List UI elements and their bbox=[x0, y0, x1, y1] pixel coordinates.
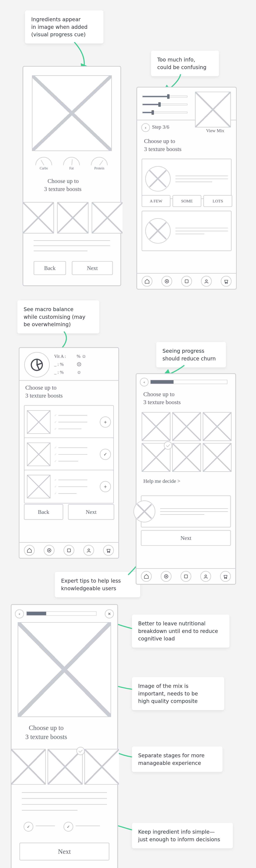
home-icon[interactable] bbox=[141, 571, 152, 582]
close-icon[interactable]: ✕ bbox=[105, 609, 114, 618]
check-2-icon: ✓ bbox=[64, 822, 73, 832]
grid-item-3[interactable] bbox=[203, 412, 231, 441]
tab-bar bbox=[136, 568, 235, 584]
row3-image bbox=[27, 475, 51, 498]
account-icon[interactable] bbox=[200, 571, 211, 582]
slider-3[interactable] bbox=[142, 111, 187, 114]
wireframe-1: Carbs Fat Protein Choose up to 3 texture… bbox=[23, 66, 121, 286]
cart-icon[interactable] bbox=[103, 545, 114, 556]
divider bbox=[20, 380, 118, 381]
note-simple-info: Keep ingredient info simple— just enough… bbox=[132, 823, 233, 848]
mix-icon[interactable] bbox=[64, 545, 74, 556]
svg-rect-7 bbox=[67, 549, 70, 552]
option-card-1[interactable] bbox=[141, 159, 231, 199]
instruction-line2: 3 texture boosts bbox=[144, 146, 181, 152]
thumb-3[interactable] bbox=[84, 749, 119, 785]
svg-point-13 bbox=[205, 575, 206, 577]
row-card-3[interactable]: ✓ ✓ ✓ ＋ bbox=[24, 470, 114, 503]
stat-2: _ : % bbox=[54, 362, 64, 367]
instruction-line1: Choose up to bbox=[144, 138, 175, 145]
back-chevron-icon[interactable]: ‹ bbox=[140, 378, 149, 386]
back-button[interactable]: Back bbox=[24, 504, 63, 520]
note-separate-stages: Separate stages for more manageable expe… bbox=[132, 746, 223, 772]
row-card-1[interactable]: ✓ ✓ ✓ ＋ bbox=[24, 405, 114, 439]
instruction-line2: 3 texture boosts bbox=[25, 733, 67, 741]
thumb-2[interactable] bbox=[57, 202, 89, 234]
add-icon[interactable]: ＋ bbox=[100, 416, 111, 428]
grid-item-5[interactable] bbox=[172, 443, 201, 472]
account-icon[interactable] bbox=[201, 276, 212, 287]
thumb-1[interactable] bbox=[11, 749, 46, 785]
wireframe-5: ‹ ✕ Choose up to 3 texture boosts ✓ ✓ Ne… bbox=[11, 604, 118, 868]
thumb-2[interactable] bbox=[47, 749, 83, 785]
mix-preview[interactable] bbox=[195, 92, 231, 127]
back-chevron-icon[interactable]: ‹ bbox=[15, 609, 24, 618]
thumb-1[interactable] bbox=[23, 202, 54, 234]
gauge-fat: Fat bbox=[63, 157, 80, 170]
explore-icon[interactable] bbox=[161, 276, 172, 287]
next-button[interactable]: Next bbox=[20, 843, 109, 860]
next-button[interactable]: Next bbox=[68, 504, 114, 520]
cart-icon[interactable] bbox=[220, 571, 231, 582]
note-macro-balance: See macro balance while customising (may… bbox=[18, 300, 99, 334]
qty-few[interactable]: A FEW bbox=[141, 195, 170, 207]
text-line bbox=[22, 804, 107, 805]
note-progress-churn: Seeing progress should reduce churn bbox=[156, 342, 226, 368]
grid-item-2[interactable] bbox=[172, 412, 201, 441]
grid-item-1[interactable] bbox=[141, 412, 170, 441]
hero-image-placeholder bbox=[18, 622, 111, 717]
stat-vit: Vit A : bbox=[54, 354, 66, 359]
explore-icon[interactable] bbox=[44, 545, 55, 556]
text-line bbox=[34, 240, 110, 241]
selected-icon[interactable]: ✓ bbox=[100, 449, 111, 460]
mix-icon[interactable] bbox=[181, 276, 192, 287]
back-button[interactable]: Back bbox=[34, 261, 66, 275]
add-icon[interactable]: ＋ bbox=[100, 481, 111, 492]
note-nutrition-end: Better to leave nutritional breakdown un… bbox=[132, 615, 229, 648]
next-button[interactable]: Next bbox=[72, 261, 113, 275]
svg-point-5 bbox=[227, 283, 227, 283]
thumb-3[interactable] bbox=[92, 202, 123, 234]
account-icon[interactable] bbox=[83, 545, 94, 556]
svg-point-4 bbox=[225, 283, 226, 283]
row-card-2[interactable]: ✓ ✓ ✓ ✓ bbox=[24, 437, 114, 471]
explore-icon[interactable] bbox=[161, 571, 171, 582]
home-icon[interactable] bbox=[24, 545, 35, 556]
wireframe-3: Vit A : % ☺ _ : % ☹ _ : % ☺ Choose up to… bbox=[19, 347, 119, 559]
svg-rect-2 bbox=[185, 280, 188, 283]
wireframe-2: View Mix ‹ Step 3/6 Choose up to 3 textu… bbox=[136, 87, 237, 289]
text-line bbox=[34, 251, 88, 251]
slider-2[interactable] bbox=[142, 103, 187, 106]
qty-lots[interactable]: LOTS bbox=[203, 195, 232, 207]
check-2-label bbox=[76, 826, 100, 826]
text-line bbox=[22, 810, 77, 810]
text-line bbox=[34, 245, 110, 246]
svg-rect-12 bbox=[184, 575, 187, 578]
view-mix-label[interactable]: View Mix bbox=[206, 128, 224, 133]
svg-point-14 bbox=[224, 578, 225, 579]
instruction-line1: Choose up to bbox=[29, 724, 64, 732]
option-card-2[interactable] bbox=[141, 211, 231, 251]
gauge-protein: Protein bbox=[91, 157, 107, 170]
instruction-line2: 3 texture boosts bbox=[143, 399, 181, 406]
progress-bar bbox=[26, 612, 96, 616]
note-visual-cue: Ingredients appear in image when added (… bbox=[25, 10, 103, 43]
home-icon[interactable] bbox=[141, 276, 152, 287]
help-me-decide-link[interactable]: Help me decide > bbox=[143, 478, 180, 484]
row2-image bbox=[27, 442, 51, 466]
mix-icon[interactable] bbox=[181, 571, 191, 582]
svg-point-3 bbox=[205, 280, 207, 281]
cart-icon[interactable] bbox=[221, 276, 231, 287]
tab-bar bbox=[20, 542, 118, 558]
progress-bar bbox=[150, 380, 227, 384]
instruction-line2: 3 texture boosts bbox=[25, 392, 63, 399]
grid-item-6[interactable] bbox=[203, 443, 231, 472]
pie-chart bbox=[24, 352, 50, 377]
back-chevron-icon[interactable]: ‹ bbox=[141, 123, 150, 132]
instruction-line1: Choose up to bbox=[47, 178, 78, 184]
note-expert-tips: Expert tips to help less knowledgeable u… bbox=[55, 572, 140, 597]
next-button[interactable]: Next bbox=[141, 530, 231, 546]
tab-bar bbox=[137, 273, 236, 289]
slider-1[interactable] bbox=[142, 95, 187, 98]
qty-some[interactable]: SOME bbox=[172, 195, 201, 207]
